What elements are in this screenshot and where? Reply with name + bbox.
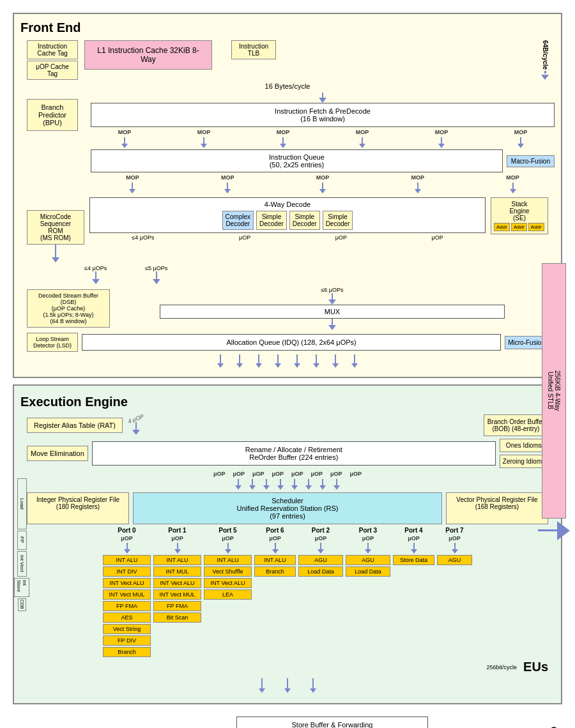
adder-1: Addr [494, 223, 510, 231]
cpu-diagram: Front End InstructionCache Tag μOP Cache… [0, 0, 575, 728]
vec-reg-file: Vector Physical Register File(168 Regist… [446, 492, 548, 524]
instruction-tlb: InstructionTLB [231, 40, 276, 59]
port-3-agu: AGU [346, 555, 390, 565]
loop-stream-detector: Loop StreamDetector (LSD) [27, 333, 78, 352]
memory-section: Store Buffer & Forwarding(56 entries) 32… [13, 708, 562, 728]
simple-decoder-1: SimpleDecoder [256, 211, 287, 230]
256bit-cycle: 256bit/cycle [487, 664, 518, 671]
l1-icache: L1 Instruction Cache 32KiB 8-Way [84, 40, 212, 70]
port-2-col: Port 2 μOP AGU Load Data [298, 527, 343, 577]
l2-cache: 256KiB 4-WayUnified STLB [542, 263, 566, 519]
uop-cache-tag: μOP CacheTag [27, 61, 78, 80]
port-1-intmul: INT MUL [153, 566, 201, 577]
port-1-fpfma: FP FMA [153, 601, 201, 611]
branch-predictor: BranchPredictor(BPU) [27, 99, 78, 131]
execution-title: Execution Engine [20, 395, 555, 409]
fp-label: FP [17, 531, 27, 550]
port-1-bitscan: Bit Scan [153, 612, 201, 623]
instruction-cache-tag: InstructionCache Tag [27, 40, 78, 59]
load-label: Load [17, 478, 27, 529]
port-6-intalu: INT ALU [254, 555, 296, 565]
cdb-label: CDB [18, 598, 26, 611]
port-3-loaddata: Load Data [346, 566, 390, 577]
port-2-agu: AGU [298, 555, 343, 565]
simple-decoder-2: SimpleDecoder [289, 211, 320, 230]
microcode-sequencer: MicroCodeSequencerROM(MS ROM) [27, 210, 84, 245]
instruction-queue: Instruction Queue(50, 2x25 entries) [91, 149, 503, 172]
intvect-label: Int Vect [17, 551, 27, 577]
port-5-intalu: INT ALU [204, 555, 252, 565]
port-3-col: Port 3 μOP AGU Load Data [346, 527, 390, 577]
port-0-col: Port 0 μOP INT ALU INT DIV INT Vect ALU … [103, 527, 151, 657]
four-way-decode: 4-Way Decode ComplexDecoder SimpleDecode… [89, 197, 486, 233]
port-0-intvectalu: INT Vect ALU [103, 578, 151, 588]
port-1-col: Port 1 μOP INT ALU INT MUL INT Vect ALU … [153, 527, 201, 623]
port-0-vectstring: Vect String [103, 624, 151, 634]
fetch-predecode: Instruction Fetch & PreDecode(16 B windo… [91, 103, 555, 127]
allocation-queue: Allocation Queue (IDQ) (128, 2x64 μOPs) [82, 334, 501, 351]
port-5-col: Port 5 μOP INT ALU Vect Shuffle INT Vect… [204, 527, 252, 600]
port-2-loaddata: Load Data [298, 566, 343, 577]
execution-section: Execution Engine Register Alias Table (R… [13, 384, 562, 704]
move-elimination: Move Elimination [27, 446, 88, 461]
mux: MUX [160, 305, 505, 319]
port-5-intvectalu: INT Vect ALU [204, 578, 252, 588]
rat: Register Alias Table (RAT) [27, 418, 123, 433]
store-buffer: Store Buffer & Forwarding(56 entries) [236, 717, 428, 728]
dsb: Decoded Stream Buffer (DSB)(μOP Cache)(1… [27, 289, 110, 328]
int-reg-file: Integer Physical Register File(180 Regis… [27, 492, 129, 524]
port-6-branch: Branch [254, 566, 296, 577]
port-0-intalu: INT ALU [103, 555, 151, 565]
intstore-label: Int Store [14, 578, 29, 597]
port-0-fpfma: FP FMA [103, 601, 151, 611]
port-1-intvectalu: INT Vect ALU [153, 578, 201, 588]
port-7-col: Port 7 μOP AGU [437, 527, 472, 565]
port-1-intalu: INT ALU [153, 555, 201, 565]
frontend-title: Front End [20, 20, 555, 35]
port-7-agu: AGU [437, 555, 472, 565]
adder-2: Addr [511, 223, 527, 231]
port-0-branch: Branch [103, 647, 151, 657]
frontend-section: Front End InstructionCache Tag μOP Cache… [13, 13, 562, 378]
port-4-col: Port 4 μOP Store Data [393, 527, 434, 565]
bytes-cycle-row: 16 Bytes/cycle [20, 82, 555, 90]
port-5-vectshuf: Vect Shuffle [204, 566, 252, 577]
port-5-lea: LEA [204, 589, 252, 600]
port-0-fpdiv: FP DIV [103, 635, 151, 646]
simple-decoder-3: SimpleDecoder [323, 211, 353, 230]
rob: Rename / Allocate / RetirementReOrder Bu… [92, 441, 496, 466]
bytes-cycle-label: 16 Bytes/cycle [265, 82, 310, 90]
port-0-aes: AES [103, 612, 151, 623]
port-0-intdiv: INT DIV [103, 566, 151, 577]
complex-decoder: ComplexDecoder [222, 211, 254, 230]
port-6-col: Port 6 μOP INT ALU Branch [254, 527, 296, 577]
64b-cycle-label-fe: 64B/cycle [542, 40, 549, 70]
port-0-intvectmul: INT Vect MUL [103, 589, 151, 600]
port-4-storedata: Store Data [393, 555, 434, 565]
scheduler: SchedulerUnified Reservation Station (RS… [133, 492, 442, 524]
port-1-intvectmul: INT Vect MUL [153, 589, 201, 600]
